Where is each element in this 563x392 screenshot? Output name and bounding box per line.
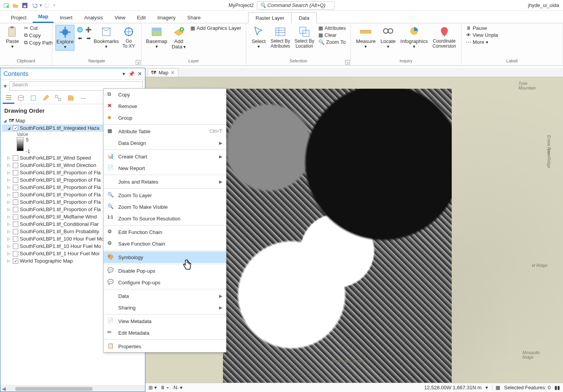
pane-menu-icon[interactable]: ▾	[123, 71, 125, 77]
copy-button[interactable]: ⧉Copy	[22, 32, 54, 39]
tab-raster-layer[interactable]: Raster Layer	[249, 13, 292, 23]
command-search-input[interactable]: 🔍Command Search (Alt+Q)	[257, 1, 335, 10]
toc-selection-icon[interactable]	[28, 92, 39, 104]
goto-xy-button[interactable]: Go To XY	[119, 25, 138, 50]
pause-drawing-icon[interactable]: ⏸ ▾	[160, 385, 169, 390]
layer-checkbox[interactable]	[13, 251, 18, 256]
selection-chip-icon[interactable]: ▮▮	[554, 385, 560, 390]
user-name[interactable]: jhyde_ui_uida	[528, 2, 559, 8]
cm-create-chart[interactable]: 📊Create Chart▶	[104, 151, 226, 162]
infographics-button[interactable]: Infographics▾	[399, 25, 430, 50]
tab-project[interactable]: Project	[5, 12, 32, 23]
next-extent-icon[interactable]: ➡	[85, 34, 92, 42]
metadata-icon: 📄	[107, 318, 114, 325]
cm-zoom-source-resolution[interactable]: 1:1Zoom To Source Resolution	[104, 213, 226, 224]
select-by-attributes-button[interactable]: Select By Attributes	[269, 25, 292, 50]
qat-open-icon[interactable]	[12, 2, 19, 9]
autohide-icon[interactable]: 📌	[128, 71, 135, 77]
close-pane-icon[interactable]: ✕	[138, 71, 142, 77]
toc-snapping-icon[interactable]	[52, 92, 64, 104]
tab-data[interactable]: Data	[292, 13, 316, 23]
tab-edit[interactable]: Edit	[131, 12, 151, 23]
tab-view[interactable]: View	[109, 12, 131, 23]
add-graphics-layer-button[interactable]: ▦Add Graphics Layer	[189, 25, 243, 31]
selection-launcher-icon[interactable]: ↘	[345, 60, 350, 65]
add-data-button[interactable]: Add Data ▾	[169, 25, 188, 51]
qat-undo-icon[interactable]	[30, 2, 38, 9]
pause-labeling-button[interactable]: ⏸Pause	[465, 25, 500, 31]
svg-point-18	[18, 95, 24, 98]
qat-redo-icon[interactable]	[44, 2, 52, 9]
copy-path-button[interactable]: ⧉Copy Path	[22, 39, 54, 46]
layer-checkbox[interactable]	[13, 185, 18, 190]
cm-properties[interactable]: 📋Properties	[104, 340, 226, 352]
cm-joins-relates[interactable]: Joins and Relates▶	[104, 176, 226, 187]
layer-checkbox[interactable]	[13, 155, 18, 161]
layer-checkbox[interactable]	[13, 170, 18, 175]
full-extent-icon[interactable]: 🌐	[76, 26, 84, 33]
layer-checkbox[interactable]	[13, 236, 18, 242]
navigate-launcher-icon[interactable]: ↘	[136, 60, 140, 65]
bookmarks-button[interactable]: Bookmarks▾	[94, 25, 119, 50]
filter-icon[interactable]: ▼	[3, 83, 8, 89]
layer-checkbox[interactable]	[13, 222, 18, 227]
popup-off-icon: 💬	[107, 267, 114, 274]
cm-copy[interactable]: ⧉Copy	[104, 89, 226, 100]
map-constraints-icon[interactable]: ⊞ ▾	[149, 385, 157, 390]
more-labeling-button[interactable]: ⋯More ▾	[465, 39, 500, 45]
view-unplaced-button[interactable]: 👁View Unpla	[465, 32, 500, 38]
basemap-button[interactable]: Basemap▾	[145, 25, 169, 50]
cm-sharing[interactable]: Sharing▶	[104, 302, 226, 313]
cm-data-design[interactable]: Data Design▶	[104, 137, 226, 149]
attributes-button[interactable]: ▦Attributes	[317, 25, 347, 31]
toc-more-icon[interactable]: ⋯	[77, 92, 89, 104]
layer-checkbox[interactable]	[13, 229, 18, 234]
toc-source-icon[interactable]	[15, 92, 27, 104]
cm-disable-popups[interactable]: 💬Disable Pop-ups	[104, 265, 226, 277]
tab-map[interactable]: Map	[33, 11, 54, 23]
tab-analysis[interactable]: Analysis	[79, 12, 108, 23]
cm-symbology[interactable]: 🎨Symbology	[104, 251, 226, 263]
close-map-tab-icon[interactable]: ✕	[171, 70, 175, 76]
cm-configure-popups[interactable]: 💬Configure Pop-ups	[104, 277, 226, 288]
tab-share[interactable]: Share	[182, 12, 206, 23]
paste-button[interactable]: Paste▾	[3, 25, 22, 50]
prev-extent-icon[interactable]: ⬅	[76, 34, 84, 42]
tab-imagery[interactable]: Imagery	[152, 12, 181, 23]
cm-edit-metadata[interactable]: ✏Edit Metadata	[104, 327, 226, 339]
tab-insert[interactable]: Insert	[54, 12, 78, 23]
north-icon[interactable]: ·N· ▾	[172, 385, 183, 390]
cm-data[interactable]: Data▶	[104, 290, 226, 302]
measure-button[interactable]: Measure▾	[354, 25, 378, 50]
toc-labeling-icon[interactable]	[65, 92, 76, 104]
cm-view-metadata[interactable]: 📄View Metadata	[104, 315, 226, 327]
map-view-tab[interactable]: 🗺Map✕	[148, 68, 178, 77]
layer-checkbox[interactable]	[13, 199, 18, 205]
contents-hscrollbar[interactable]: ◀	[0, 385, 145, 392]
toc-drawing-order-icon[interactable]	[3, 92, 14, 104]
cm-zoom-to-layer[interactable]: 🔍Zoom To Layer	[104, 189, 226, 201]
layer-checkbox[interactable]	[13, 163, 18, 168]
explore-button[interactable]: Explore▾	[55, 25, 74, 51]
layer-checkbox[interactable]	[13, 214, 18, 220]
cm-remove[interactable]: ✖Remove	[104, 100, 226, 112]
toc-editing-icon[interactable]	[40, 92, 52, 104]
qat-new-icon[interactable]	[2, 2, 10, 9]
cm-group[interactable]: ◆Group	[104, 112, 226, 124]
cut-button[interactable]: ✂Cut	[22, 25, 54, 31]
contents-title: Contents	[3, 70, 28, 77]
group-icon: ◆	[107, 114, 114, 121]
layer-checkbox[interactable]	[13, 126, 18, 131]
layer-checkbox[interactable]	[13, 258, 18, 264]
locate-button[interactable]: Locate▾	[378, 25, 398, 50]
select-button[interactable]: Select▾	[249, 25, 268, 50]
view-icon: 👁	[466, 32, 471, 38]
fixed-zoom-in-icon[interactable]: ➕	[85, 26, 92, 33]
layer-checkbox[interactable]	[13, 177, 18, 183]
layer-checkbox[interactable]	[13, 207, 18, 212]
layer-checkbox[interactable]	[13, 244, 18, 249]
layer-checkbox[interactable]	[13, 192, 18, 198]
qat-save-icon[interactable]	[21, 2, 29, 9]
select-by-location-button[interactable]: Select By Location	[293, 25, 316, 50]
coordinate-conversion-button[interactable]: Coordinate Conversion	[430, 25, 458, 50]
